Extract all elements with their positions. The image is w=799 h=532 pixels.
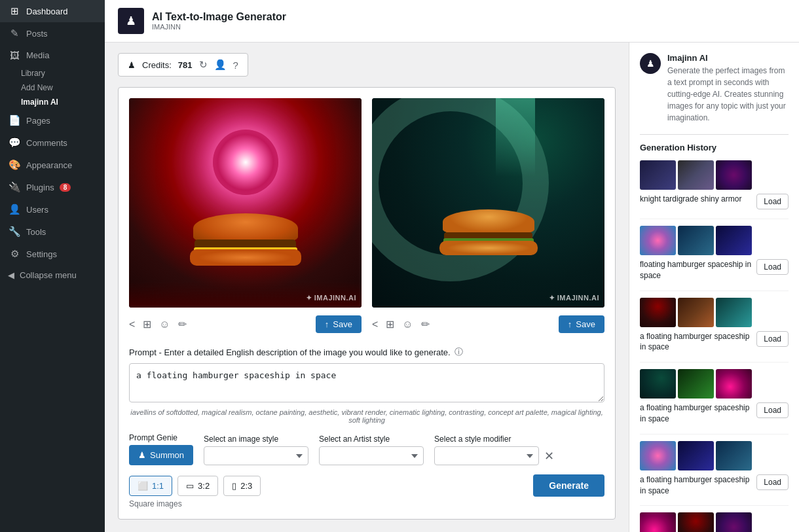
- thumb-6c: [716, 512, 752, 532]
- user-icon[interactable]: 👤: [214, 59, 227, 71]
- modifier-select[interactable]: [434, 446, 539, 465]
- prompt-label: Prompt - Enter a detailed English descri…: [129, 346, 604, 358]
- face-icon-2[interactable]: ☺: [402, 319, 413, 330]
- app-logo: ♟: [118, 8, 144, 34]
- history-row-4: a floating hamburger spaceship in space …: [640, 402, 789, 425]
- image-2-bg: [372, 98, 604, 308]
- watermark-2: ✦ IMAJINN.AI: [549, 294, 599, 302]
- prompt-hint: iavellins of softdotted, magical realism…: [129, 408, 604, 424]
- collapse-menu[interactable]: ◀ Collapse menu: [0, 265, 105, 285]
- sidebar-item-users[interactable]: 👤 Users: [0, 198, 105, 221]
- generated-image-2: ✦ IMAJINN.AI: [372, 98, 604, 308]
- panel-app-name: Imajinn AI: [667, 53, 789, 63]
- load-button-4[interactable]: Load: [756, 402, 789, 418]
- history-divider-5: [640, 505, 789, 506]
- load-button-3[interactable]: Load: [756, 331, 789, 347]
- images-row: ✦ IMAJINN.AI < ⊞ ☺ ✏ ↑ Generate: [129, 98, 604, 336]
- thumb-6a: [640, 512, 676, 532]
- plugins-badge: 8: [60, 183, 71, 192]
- sidebar-item-plugins[interactable]: 🔌 Plugins 8: [0, 176, 105, 198]
- sidebar-item-posts[interactable]: ✎ Posts: [0, 22, 105, 44]
- save-button-1[interactable]: ↑ Generate Save: [316, 315, 362, 333]
- save-icon-2: ↑: [568, 319, 572, 329]
- sidebar-item-settings[interactable]: ⚙ Settings: [0, 243, 105, 265]
- artist-style-select[interactable]: [319, 446, 424, 465]
- help-icon[interactable]: ?: [233, 60, 238, 71]
- thumb-4c: [716, 369, 752, 399]
- load-button-2[interactable]: Load: [756, 259, 789, 275]
- sidebar-item-library[interactable]: Library: [0, 66, 105, 80]
- history-caption-2: floating hamburger spaceship in space: [640, 259, 751, 281]
- bun-bottom-2: [439, 241, 538, 255]
- share-icon-2[interactable]: <: [372, 319, 378, 330]
- load-button-1[interactable]: Load: [756, 194, 789, 209]
- refresh-credits-button[interactable]: ↻: [199, 59, 208, 71]
- media-icon: 🖼: [8, 50, 21, 61]
- thumb-2b: [678, 226, 714, 255]
- history-row-3: a floating hamburger spaceship in space …: [640, 331, 789, 353]
- download-icon-1[interactable]: ⊞: [143, 318, 151, 330]
- generate-button[interactable]: Generate: [533, 474, 604, 497]
- tools-icon: 🔧: [8, 226, 21, 238]
- sidebar: ⊞ Dashboard ✎ Posts 🖼 Media Library Add …: [0, 0, 105, 532]
- face-icon-1[interactable]: ☺: [159, 319, 170, 330]
- size-1-1-button[interactable]: ⬜ 1:1: [129, 476, 172, 496]
- history-caption-3: a floating hamburger spaceship in space: [640, 331, 751, 353]
- appearance-icon: 🎨: [8, 159, 21, 171]
- sidebar-item-appearance[interactable]: 🎨 Appearance: [0, 154, 105, 176]
- bun-top-1: [193, 213, 298, 243]
- history-caption-5: a floating hamburger spaceship in space: [640, 474, 751, 497]
- history-thumbs-2: [640, 226, 789, 255]
- image-style-select[interactable]: [204, 446, 308, 465]
- history-item-4: a floating hamburger spaceship in space …: [640, 369, 789, 425]
- size-row: ⬜ 1:1 ▭ 3:2 ▯ 2:3 Generate: [129, 474, 604, 497]
- sidebar-item-comments[interactable]: 💬 Comments: [0, 132, 105, 154]
- image-1-sun: [213, 130, 278, 195]
- thumb-3b: [678, 298, 714, 327]
- panel-app-info: Imajinn AI Generate the perfect images f…: [667, 53, 789, 124]
- edit-icon-2[interactable]: ✏: [421, 318, 430, 330]
- thumb-1c: [716, 160, 752, 190]
- sidebar-item-pages[interactable]: 📄 Pages: [0, 109, 105, 132]
- credits-label: Credits:: [142, 60, 172, 70]
- main-content: ♟ Credits: 781 ↻ 👤 ?: [105, 43, 629, 532]
- prompt-textarea[interactable]: a floating hamburger spaceship in space: [129, 363, 604, 402]
- thumb-1b: [678, 160, 714, 190]
- thumb-5c: [716, 441, 752, 470]
- clear-modifier-button[interactable]: ✕: [542, 449, 557, 463]
- sidebar-item-tools[interactable]: 🔧 Tools: [0, 221, 105, 243]
- history-divider-2: [640, 291, 789, 291]
- load-button-5[interactable]: Load: [756, 474, 789, 490]
- share-icon-1[interactable]: <: [129, 319, 135, 330]
- sidebar-item-add-new[interactable]: Add New: [0, 80, 105, 95]
- panel-app-icon: ♟: [640, 53, 661, 74]
- panel-app-desc: Generate the perfect images from a text …: [667, 65, 789, 124]
- image-1-burger: [193, 213, 298, 266]
- app-header: ♟ AI Text-to-Image Generator IMAJINN: [105, 0, 799, 43]
- thumb-5a: [640, 441, 676, 470]
- sidebar-item-imajinn[interactable]: Imajinn AI: [0, 95, 105, 109]
- credits-amount: 781: [178, 60, 193, 70]
- history-caption-1: knight tardigrade shiny armor: [640, 194, 751, 205]
- history-thumbs-4: [640, 369, 789, 399]
- image-controls-1: < ⊞ ☺ ✏ ↑ Generate Save: [129, 313, 362, 336]
- pages-icon: 📄: [8, 115, 21, 126]
- image-2-light: [496, 98, 535, 177]
- settings-icon: ⚙: [8, 248, 21, 260]
- image-controls-2: < ⊞ ☺ ✏ ↑ Save: [372, 313, 604, 336]
- save-button-2[interactable]: ↑ Save: [559, 315, 604, 333]
- artist-style-group: Select an Artist style: [319, 434, 424, 465]
- summon-button[interactable]: ♟ Summon: [129, 445, 193, 465]
- sidebar-item-dashboard[interactable]: ⊞ Dashboard: [0, 0, 105, 22]
- edit-icon-1[interactable]: ✏: [178, 318, 187, 330]
- sidebar-item-media[interactable]: 🖼 Media: [0, 44, 105, 66]
- size-2-3-button[interactable]: ▯ 2:3: [223, 476, 261, 496]
- panel-app-header: ♟ Imajinn AI Generate the perfect images…: [640, 53, 789, 124]
- size-3-2-button[interactable]: ▭ 3:2: [177, 476, 218, 496]
- prompt-info-icon[interactable]: ⓘ: [455, 346, 463, 358]
- history-item-3: a floating hamburger spaceship in space …: [640, 298, 789, 353]
- image-card-1: ✦ IMAJINN.AI < ⊞ ☺ ✏ ↑ Generate: [129, 98, 362, 336]
- history-section-title: Generation History: [640, 134, 789, 152]
- download-icon-2[interactable]: ⊞: [386, 318, 394, 330]
- bun-bottom-1: [190, 249, 301, 266]
